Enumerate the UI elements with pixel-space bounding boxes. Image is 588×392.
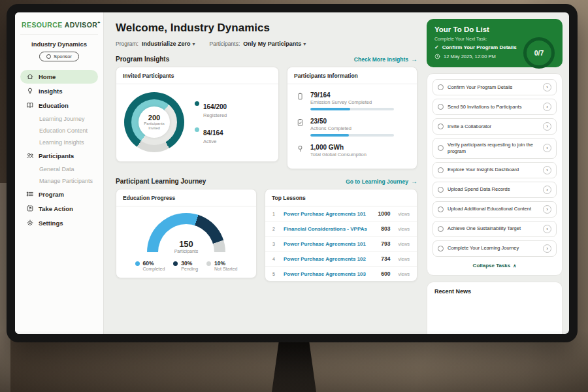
task-checkbox[interactable] [438, 84, 444, 90]
sidebar-item-settings[interactable]: Settings [20, 216, 98, 230]
sidebar-item-learning-insights[interactable]: Learning Insights [20, 137, 98, 148]
chevron-right-icon[interactable]: › [543, 122, 551, 131]
task-item[interactable]: Verify participants requesting to join t… [433, 138, 557, 159]
task-item[interactable]: Explore Your Insights Dashboard › [433, 162, 557, 178]
collapse-tasks-button[interactable]: Collapse Tasks∧ [433, 260, 557, 273]
registered-label: Registered [203, 112, 227, 118]
education-progress-card: Education Progress 150 Participants [116, 189, 257, 278]
sidebar-item-learning-journey[interactable]: Learning Journey [20, 113, 98, 125]
lesson-views: 1000 [378, 210, 391, 217]
go-to-learning-journey-link[interactable]: Go to Learning Journey → [346, 178, 417, 185]
sidebar-item-participants[interactable]: Participants [20, 149, 98, 163]
arrow-right-icon: → [411, 178, 417, 185]
task-item[interactable]: Upload Additional Educational Content › [433, 201, 557, 218]
task-item[interactable]: Achieve One Sustainability Target › [433, 221, 557, 237]
check-icon: ✓ [434, 44, 439, 50]
task-checkbox[interactable] [438, 123, 444, 129]
active-dot-icon [195, 127, 199, 132]
lesson-views: 803 [381, 225, 390, 232]
chevron-right-icon[interactable]: › [543, 144, 551, 152]
sidebar-item-home[interactable]: Home [20, 70, 98, 84]
sidebar-item-education-content[interactable]: Education Content [20, 125, 98, 137]
task-checkbox[interactable] [438, 104, 444, 110]
sidebar-item-manage-participants[interactable]: Manage Participants [20, 175, 98, 187]
task-checkbox[interactable] [438, 206, 444, 212]
chevron-right-icon[interactable]: › [543, 225, 551, 233]
participants-information-card: Participants Information 79/164 Emission… [287, 67, 417, 169]
task-label: Invite a Collaborator [448, 123, 539, 130]
todo-progress-ring: 0/7 [523, 37, 555, 69]
donut-center-label: Participants Invited [141, 122, 167, 131]
task-item[interactable]: Complete Your Learning Journey › [433, 240, 557, 257]
pending-value: 30% [181, 260, 198, 267]
monitor-bezel: RESOURCE ADVISOR+ Industry Dynamics Spon… [7, 4, 578, 342]
check-more-insights-label: Check More Insights [354, 56, 408, 63]
sidebar-item-insights[interactable]: Insights [20, 84, 98, 98]
task-checkbox[interactable] [438, 246, 444, 252]
lesson-link[interactable]: Power Purchase Agreements 101 [284, 211, 372, 217]
tasks-panel: Confirm Your Program Details › Send 50 I… [427, 73, 563, 276]
sidebar-item-take-action[interactable]: Take Action [20, 202, 98, 216]
lesson-row[interactable]: 3 Power Purchase Agreements 101 793 view… [265, 237, 417, 252]
lesson-views-label: views [398, 257, 410, 261]
program-insights-header: Program Insights Check More Insights → [116, 56, 417, 63]
check-more-insights-link[interactable]: Check More Insights → [354, 56, 417, 63]
sponsor-badge[interactable]: Sponsor [39, 52, 79, 61]
chevron-right-icon[interactable]: › [543, 186, 551, 194]
lesson-link[interactable]: Power Purchase Agreements 103 [284, 271, 375, 277]
legend-pending: 30% Pending [173, 260, 198, 271]
chevron-right-icon[interactable]: › [543, 103, 551, 111]
gauge-legend: 60% Completed 30% Pending [135, 260, 238, 271]
emission-survey-progressbar [310, 108, 394, 110]
chevron-right-icon[interactable]: › [543, 166, 551, 174]
task-checkbox[interactable] [438, 226, 444, 232]
sidebar-item-label: Participants [39, 152, 74, 159]
brand-logo: RESOURCE ADVISOR+ [20, 19, 98, 35]
actions-completed-progress-fill [310, 134, 349, 137]
lesson-row[interactable]: 4 Power Purchase Agreements 102 734 view… [265, 252, 417, 267]
lesson-link[interactable]: Power Purchase Agreements 102 [284, 256, 375, 262]
task-checkbox[interactable] [438, 145, 444, 151]
lesson-row[interactable]: 1 Power Purchase Agreements 101 1000 vie… [265, 206, 417, 221]
task-checkbox[interactable] [438, 187, 444, 193]
list-icon [25, 190, 34, 199]
collapse-tasks-label: Collapse Tasks [473, 263, 511, 269]
task-item[interactable]: Upload Spend Data Records › [433, 182, 557, 198]
pin-icon [295, 144, 304, 157]
program-insights-title: Program Insights [116, 56, 169, 63]
task-item[interactable]: Send 50 Invitations to Participants › [433, 99, 557, 115]
not-started-label: Not Started [214, 267, 237, 271]
active-value: 84/164 [203, 129, 223, 137]
participants-filter-value[interactable]: Only My Participants [243, 41, 301, 47]
sidebar-item-general-data[interactable]: General Data [20, 163, 98, 175]
todo-next-task: ✓ Confirm Your Program Details [434, 44, 519, 50]
lesson-row[interactable]: 5 Power Purchase Agreements 103 600 view… [265, 267, 417, 281]
sidebar-item-education[interactable]: Education [20, 99, 98, 112]
legend-active: 84/164 Active [195, 126, 227, 144]
chevron-right-icon[interactable]: › [543, 83, 551, 91]
pending-label: Pending [181, 267, 198, 271]
program-filter-value[interactable]: Industrialize Zero [142, 41, 191, 47]
lesson-link[interactable]: Power Purchase Agreements 101 [284, 241, 375, 247]
go-to-learning-journey-label: Go to Learning Journey [346, 178, 408, 185]
task-checkbox[interactable] [438, 167, 444, 173]
program-filter-label: Program: [116, 41, 139, 47]
active-label: Active [203, 139, 223, 144]
task-item[interactable]: Confirm Your Program Details › [433, 79, 557, 95]
lesson-row[interactable]: 2 Financial Considerations - VPPAs 803 v… [265, 221, 417, 237]
chevron-right-icon[interactable]: › [543, 244, 551, 253]
chevron-down-icon[interactable]: ▾ [192, 41, 195, 47]
people-icon [25, 152, 34, 160]
lesson-link[interactable]: Financial Considerations - VPPAs [284, 226, 375, 232]
invited-participants-card: Invited Participants 200 Participants In… [116, 67, 279, 162]
sidebar: RESOURCE ADVISOR+ Industry Dynamics Spon… [15, 12, 104, 334]
sidebar-item-program[interactable]: Program [20, 188, 98, 201]
task-item[interactable]: Invite a Collaborator › [433, 118, 557, 135]
invited-participants-title: Invited Participants [116, 67, 278, 84]
chevron-down-icon[interactable]: ▾ [303, 41, 306, 47]
learning-cards-row: Education Progress 150 Participants [116, 189, 417, 282]
brand-plus: + [97, 20, 101, 25]
sidebar-item-label: Insights [39, 88, 62, 95]
chevron-right-icon[interactable]: › [543, 205, 551, 214]
participants-information-title: Participants Information [287, 67, 417, 84]
